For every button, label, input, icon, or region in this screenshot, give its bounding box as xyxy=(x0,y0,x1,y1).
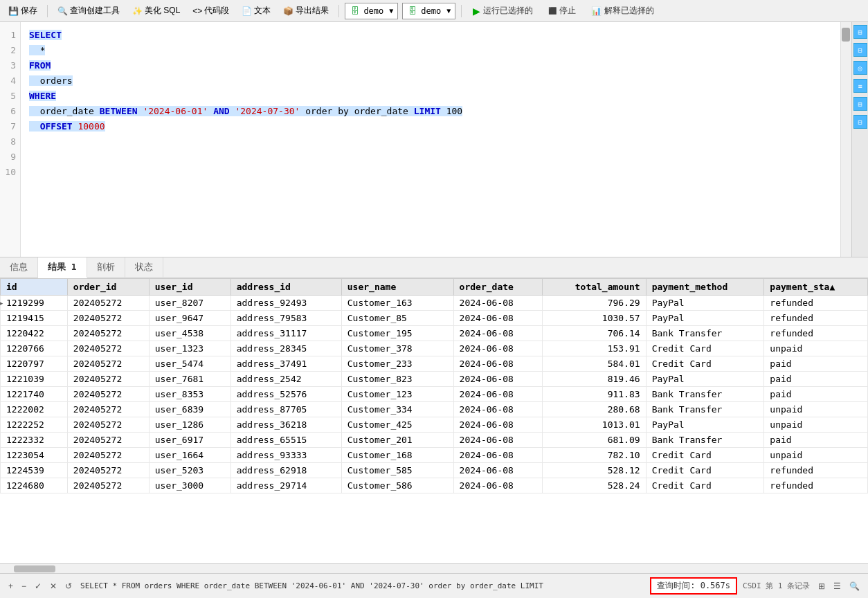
cell-8-6: 1013.01 xyxy=(543,417,647,433)
cell-11-0: 1224539 xyxy=(1,463,68,478)
table-row[interactable]: 1221039202405272user_7681address_2542Cus… xyxy=(1,372,868,387)
cell-3-0: 1220766 xyxy=(1,341,68,356)
cell-11-7: Credit Card xyxy=(646,463,764,478)
cell-7-6: 280.68 xyxy=(543,402,647,417)
scrollbar-thumb[interactable] xyxy=(842,28,850,42)
table-row[interactable]: 1222002202405272user_6839address_87705Cu… xyxy=(1,402,868,417)
vertical-scrollbar[interactable] xyxy=(840,22,851,257)
cell-10-2: user_1664 xyxy=(149,448,230,463)
right-panel-btn-2[interactable]: ⊟ xyxy=(853,43,867,57)
beautify-sql-button[interactable]: ✨ 美化 SQL xyxy=(128,3,184,18)
list-view-button[interactable]: ☰ xyxy=(831,580,844,592)
table-row[interactable]: 1220766202405272user_1323address_28345Cu… xyxy=(1,341,868,356)
cell-4-3: address_37491 xyxy=(230,356,341,372)
cell-8-0: 1222252 xyxy=(1,417,68,433)
cell-9-5: 2024-06-08 xyxy=(453,433,542,448)
results-area: id order_id user_id address_id user_name… xyxy=(0,278,868,573)
table-row[interactable]: 1224680202405272user_3000address_29714Cu… xyxy=(1,478,868,493)
stop-button[interactable]: ⬛ 停止 xyxy=(543,3,581,18)
text-icon: 📄 xyxy=(242,6,252,16)
cell-1-1: 202405272 xyxy=(67,311,149,326)
add-row-button[interactable]: + xyxy=(6,580,16,592)
table-container[interactable]: id order_id user_id address_id user_name… xyxy=(0,278,868,563)
cell-8-5: 2024-06-08 xyxy=(453,417,542,433)
text-button[interactable]: 📄 文本 xyxy=(237,3,275,18)
tab-results[interactable]: 结果 1 xyxy=(38,257,87,278)
horizontal-scrollbar[interactable] xyxy=(0,563,868,573)
table-row[interactable]: 1219299202405272user_8207address_92493Cu… xyxy=(1,296,868,311)
right-panel-btn-1[interactable]: ⊞ xyxy=(853,25,867,39)
right-panel-btn-3[interactable]: ◎ xyxy=(853,61,867,75)
cell-10-5: 2024-06-08 xyxy=(453,448,542,463)
cell-0-1: 202405272 xyxy=(67,296,149,311)
explain-button[interactable]: 📊 解释已选择的 xyxy=(586,3,660,18)
code-snippet-button[interactable]: <> 代码段 xyxy=(188,3,233,18)
code-editor[interactable]: SELECT * FROM orders WHERE order_date BE… xyxy=(21,22,840,257)
tab-profiling[interactable]: 剖析 xyxy=(87,257,125,278)
h-scrollbar-thumb[interactable] xyxy=(14,565,55,572)
export-button[interactable]: 📦 导出结果 xyxy=(279,3,333,18)
tab-status[interactable]: 状态 xyxy=(125,257,163,278)
separator-2 xyxy=(338,5,339,17)
col-header-user-id[interactable]: user_id xyxy=(149,279,230,296)
col-header-total-amount[interactable]: total_amount xyxy=(543,279,647,296)
cell-10-1: 202405272 xyxy=(67,448,149,463)
table-row[interactable]: 1223054202405272user_1664address_93333Cu… xyxy=(1,448,868,463)
cell-7-8: unpaid xyxy=(764,402,868,417)
col-header-user-name[interactable]: user_name xyxy=(341,279,453,296)
save-button[interactable]: 💾 保存 xyxy=(4,3,42,18)
table-row[interactable]: 1220422202405272user_4538address_31117Cu… xyxy=(1,326,868,341)
cell-0-5: 2024-06-08 xyxy=(453,296,542,311)
tab-info[interactable]: 信息 xyxy=(0,257,38,278)
col-header-id[interactable]: id xyxy=(1,279,68,296)
cell-5-2: user_7681 xyxy=(149,372,230,387)
cell-0-0: 1219299 xyxy=(1,296,68,311)
cancel-button[interactable]: ✕ xyxy=(47,580,60,592)
col-header-order-id[interactable]: order_id xyxy=(67,279,149,296)
cell-0-6: 796.29 xyxy=(543,296,647,311)
cell-11-6: 528.12 xyxy=(543,463,647,478)
right-panel-btn-6[interactable]: ⊟ xyxy=(853,115,867,129)
right-panel-btn-4[interactable]: ≡ xyxy=(853,79,867,93)
cell-12-1: 202405272 xyxy=(67,478,149,493)
table-row[interactable]: 1222252202405272user_1286address_36218Cu… xyxy=(1,417,868,433)
confirm-button[interactable]: ✓ xyxy=(32,580,44,592)
cell-9-6: 681.09 xyxy=(543,433,647,448)
cell-9-0: 1222332 xyxy=(1,433,68,448)
cell-8-2: user_1286 xyxy=(149,417,230,433)
db-selector-1[interactable]: 🗄 demo ▼ xyxy=(345,3,398,19)
cell-2-1: 202405272 xyxy=(67,326,149,341)
search-results-button[interactable]: 🔍 xyxy=(847,580,862,592)
query-time-value: 0.567s xyxy=(700,581,730,590)
query-time-box: 查询时间: 0.567s xyxy=(650,577,737,595)
cell-2-6: 706.14 xyxy=(543,326,647,341)
table-row[interactable]: 1222332202405272user_6917address_65515Cu… xyxy=(1,433,868,448)
cell-6-2: user_8353 xyxy=(149,387,230,402)
cell-7-3: address_87705 xyxy=(230,402,341,417)
db-selector-2[interactable]: 🗄 demo ▼ xyxy=(402,3,455,19)
table-row[interactable]: 1224539202405272user_5203address_62918Cu… xyxy=(1,463,868,478)
table-row[interactable]: 1221740202405272user_8353address_52576Cu… xyxy=(1,387,868,402)
cell-7-2: user_6839 xyxy=(149,402,230,417)
code-icon: <> xyxy=(192,6,202,16)
query-builder-button[interactable]: 🔍 查询创建工具 xyxy=(53,3,124,18)
col-header-order-date[interactable]: order_date xyxy=(453,279,542,296)
cell-6-0: 1221740 xyxy=(1,387,68,402)
cell-12-7: Credit Card xyxy=(646,478,764,493)
col-header-address-id[interactable]: address_id xyxy=(230,279,341,296)
cell-5-3: address_2542 xyxy=(230,372,341,387)
col-header-payment-method[interactable]: payment_method xyxy=(646,279,764,296)
refresh-button[interactable]: ↺ xyxy=(62,580,75,592)
cell-1-6: 1030.57 xyxy=(543,311,647,326)
table-row[interactable]: 1220797202405272user_5474address_37491Cu… xyxy=(1,356,868,372)
run-selected-button[interactable]: ▶ 运行已选择的 xyxy=(467,3,539,18)
table-row[interactable]: 1219415202405272user_9647address_79583Cu… xyxy=(1,311,868,326)
cell-0-7: PayPal xyxy=(646,296,764,311)
right-panel-btn-5[interactable]: ⊞ xyxy=(853,97,867,111)
remove-row-button[interactable]: − xyxy=(19,580,29,592)
col-header-payment-status[interactable]: payment_sta▲ xyxy=(764,279,868,296)
cell-10-8: unpaid xyxy=(764,448,868,463)
cell-11-3: address_62918 xyxy=(230,463,341,478)
grid-view-button[interactable]: ⊞ xyxy=(815,580,828,592)
query-builder-icon: 🔍 xyxy=(57,6,68,16)
